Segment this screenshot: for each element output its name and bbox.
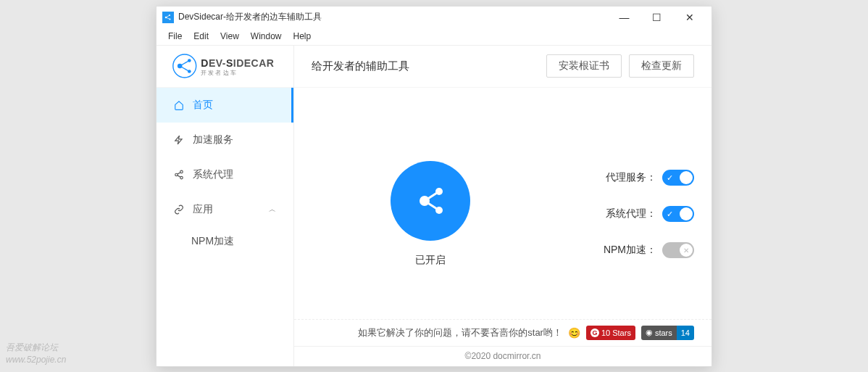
svg-text:DEV-SIDECAR: DEV-SIDECAR	[201, 57, 274, 69]
check-update-button[interactable]: 检查更新	[629, 54, 694, 78]
smile-icon: 😊	[568, 327, 580, 339]
toggle-row-system-proxy: 系统代理 ✓	[549, 206, 694, 222]
toggle-row-npm-accel: NPM加速 ✕	[549, 242, 694, 258]
svg-point-5	[172, 54, 196, 78]
logo-subtitle: 开 发 者 边 车	[201, 70, 235, 76]
logo: DEV-SIDECAR 开 发 者 边 车	[157, 46, 293, 88]
toggles-panel: 代理服务 ✓ 系统代理 ✓ NPM加速	[549, 117, 694, 312]
svg-line-4	[166, 17, 170, 20]
minimize-button[interactable]: —	[608, 7, 640, 28]
status-text: 已开启	[415, 254, 446, 267]
window-title: DevSidecar-给开发者的边车辅助工具	[178, 11, 608, 23]
footer: ©2020 docmirror.cn	[294, 346, 711, 366]
titlebar: DevSidecar-给开发者的边车辅助工具 — ☐ ✕	[157, 7, 711, 28]
check-icon: ✓	[667, 210, 673, 219]
toggle-label: 系统代理	[606, 207, 656, 220]
svg-line-9	[180, 61, 189, 67]
svg-point-13	[175, 173, 178, 176]
svg-point-14	[180, 176, 183, 179]
close-icon: ✕	[680, 244, 693, 257]
home-icon	[174, 100, 184, 110]
watermark: 吾爱破解论坛 www.52pojie.cn	[6, 342, 66, 366]
proxy-service-switch[interactable]: ✓	[662, 170, 694, 186]
toggle-label: NPM加速	[604, 244, 656, 257]
chevron-up-icon: ︿	[269, 204, 276, 215]
gitee-icon: G	[591, 328, 599, 337]
page-title: 给开发者的辅助工具	[312, 59, 539, 73]
sidebar-item-home[interactable]: 首页	[157, 88, 293, 123]
app-window: DevSidecar-给开发者的边车辅助工具 — ☐ ✕ File Edit V…	[156, 6, 712, 367]
npm-accel-switch[interactable]: ✕	[662, 242, 694, 258]
toggle-label: 代理服务	[606, 171, 656, 184]
star-prompt-text: 如果它解决了你的问题，请不要吝啬你的star哟！	[358, 326, 562, 339]
svg-line-10	[180, 66, 189, 72]
sidebar-item-label: 加速服务	[193, 133, 233, 146]
sidebar-item-accelerate[interactable]: 加速服务	[157, 123, 293, 157]
power-button[interactable]	[391, 161, 470, 241]
main-area: 给开发者的辅助工具 安装根证书 检查更新 已开启	[294, 46, 711, 366]
sidebar-subitem-npm[interactable]: NPM加速	[157, 227, 293, 256]
sidebar-subitem-label: NPM加速	[191, 235, 234, 248]
bolt-icon	[174, 135, 184, 145]
menu-edit[interactable]: Edit	[188, 30, 214, 43]
nav: 首页 加速服务 系统代理	[157, 88, 293, 366]
sidebar-item-label: 应用	[193, 203, 213, 216]
sidebar: DEV-SIDECAR 开 发 者 边 车 首页 加速服务	[157, 46, 294, 366]
github-icon: ◉	[646, 328, 653, 337]
app-icon	[162, 12, 174, 23]
check-icon: ✓	[667, 173, 673, 183]
share-icon	[174, 170, 184, 180]
menubar: File Edit View Window Help	[157, 28, 711, 46]
svg-line-15	[178, 172, 180, 173]
svg-line-3	[166, 15, 170, 17]
sidebar-item-label: 系统代理	[193, 168, 233, 181]
status-panel: 已开启	[312, 117, 549, 312]
link-icon	[174, 204, 184, 215]
copyright-text: ©2020 docmirror.cn	[465, 351, 541, 361]
toggle-row-proxy-service: 代理服务 ✓	[549, 170, 694, 186]
github-badge[interactable]: ◉stars 14	[641, 326, 694, 340]
sidebar-item-label: 首页	[193, 99, 213, 112]
svg-line-20	[425, 191, 439, 201]
svg-line-16	[178, 175, 180, 176]
header: 给开发者的辅助工具 安装根证书 检查更新	[294, 46, 711, 88]
maximize-button[interactable]: ☐	[640, 7, 673, 28]
svg-line-21	[425, 201, 439, 210]
close-button[interactable]: ✕	[673, 7, 706, 28]
menu-view[interactable]: View	[214, 30, 245, 43]
install-cert-button[interactable]: 安装根证书	[546, 54, 622, 78]
sidebar-item-proxy[interactable]: 系统代理	[157, 157, 293, 192]
menu-file[interactable]: File	[162, 30, 188, 43]
menu-help[interactable]: Help	[288, 30, 317, 43]
system-proxy-switch[interactable]: ✓	[662, 206, 694, 222]
star-row: 如果它解决了你的问题，请不要吝啬你的star哟！ 😊 G10 Stars ◉st…	[294, 319, 711, 346]
svg-point-12	[180, 170, 183, 173]
sidebar-item-apps[interactable]: 应用 ︿	[157, 192, 293, 227]
menu-window[interactable]: Window	[245, 30, 288, 43]
gitee-badge[interactable]: G10 Stars	[586, 326, 635, 340]
